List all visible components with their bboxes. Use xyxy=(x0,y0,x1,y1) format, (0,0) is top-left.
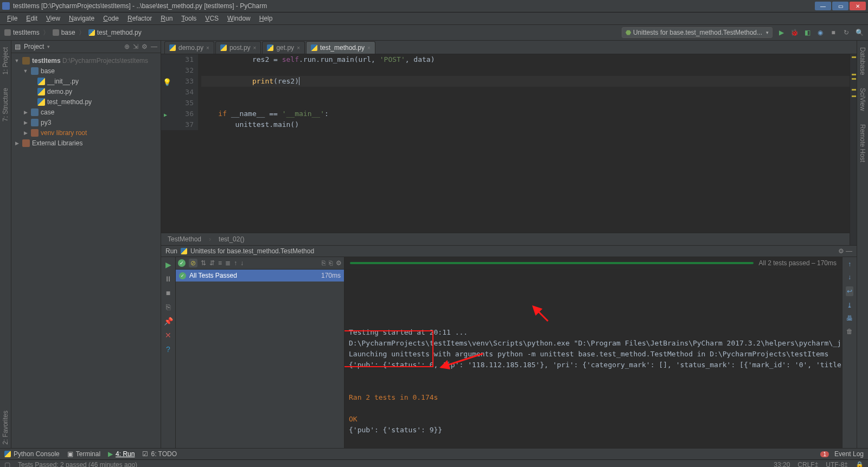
dump-button[interactable]: ⎘ xyxy=(166,303,170,311)
window-title: testItems [D:\PycharmProjects\testItems]… xyxy=(13,2,815,10)
tool-structure[interactable]: 7: Structure xyxy=(2,85,9,125)
debug-button[interactable]: 🐞 xyxy=(790,28,799,37)
menu-edit[interactable]: Edit xyxy=(22,14,41,23)
down-icon[interactable]: ↓ xyxy=(848,273,851,281)
menu-file[interactable]: File xyxy=(3,14,21,23)
failed-filter-icon[interactable]: ⊘ xyxy=(189,259,197,267)
close-tab-icon[interactable]: × xyxy=(297,45,300,51)
print-icon[interactable]: 🖶 xyxy=(846,315,853,322)
menubar: FileEditViewNavigateCodeRefactorRunTools… xyxy=(0,12,868,25)
rerun-button[interactable]: ▶ xyxy=(165,260,171,269)
next-icon[interactable]: ↓ xyxy=(240,259,244,267)
gear-icon[interactable]: ⚙ xyxy=(142,43,148,50)
menu-tools[interactable]: Tools xyxy=(177,14,200,23)
wrap-icon[interactable]: ↩ xyxy=(846,286,853,296)
menu-view[interactable]: View xyxy=(42,14,64,23)
scroll-icon[interactable]: ⤓ xyxy=(847,302,852,309)
tool-favorites[interactable]: 2: Favorites xyxy=(2,407,9,448)
close-button[interactable]: ✕ xyxy=(165,331,171,340)
trash-icon[interactable]: 🗑 xyxy=(846,328,853,335)
import-icon[interactable]: ⎗ xyxy=(329,259,333,267)
menu-vcs[interactable]: VCS xyxy=(201,14,222,23)
svg-line-0 xyxy=(533,306,548,321)
titlebar: testItems [D:\PycharmProjects\testItems]… xyxy=(0,0,868,12)
editor-breadcrumb[interactable]: TestMethod›test_02() xyxy=(161,233,850,245)
intention-bulb-icon[interactable]: 💡 xyxy=(163,77,171,88)
passed-filter-icon[interactable]: ✓ xyxy=(178,259,186,267)
status-collapse-icon[interactable]: ▢ xyxy=(4,461,10,467)
menu-help[interactable]: Help xyxy=(256,14,277,23)
tool-project[interactable]: 1: Project xyxy=(2,44,9,78)
collapse-icon[interactable]: ≣ xyxy=(225,259,231,267)
test-root-row[interactable]: ✓ All Tests Passed 170ms xyxy=(176,270,344,282)
editor-tab[interactable]: post.py× xyxy=(215,41,261,54)
breadcrumb-item[interactable]: testItems xyxy=(4,29,40,36)
tool-database[interactable]: Database xyxy=(859,44,866,78)
lock-icon[interactable]: 🔒 xyxy=(856,461,864,467)
menu-code[interactable]: Code xyxy=(99,14,123,23)
editor-tab[interactable]: test_method.py× xyxy=(306,41,375,54)
app-icon xyxy=(2,2,10,10)
search-button[interactable]: 🔍 xyxy=(855,28,864,37)
breadcrumb-item[interactable]: base xyxy=(53,29,75,36)
run-configuration-select[interactable]: ⬣ Unittests for base.test_method.TestMet… xyxy=(622,27,773,38)
up-icon[interactable]: ↑ xyxy=(848,260,851,268)
tab-eventlog[interactable]: Event Log xyxy=(834,450,864,458)
tab-terminal[interactable]: ▣Terminal xyxy=(67,450,100,458)
console-right-toolbar: ↑ ↓ ↩ ⤓ 🖶 🗑 xyxy=(842,257,857,448)
close-button[interactable]: ✕ xyxy=(850,2,866,10)
tool-remotehost[interactable]: Remote Host xyxy=(859,121,866,165)
menu-run[interactable]: Run xyxy=(157,14,176,23)
status-bar: ▢ Tests Passed: 2 passed (46 minutes ago… xyxy=(0,459,868,467)
project-tree[interactable]: ▼testItems D:\PycharmProjects\testItems … xyxy=(11,53,161,150)
coverage-button[interactable]: ◧ xyxy=(803,28,812,37)
project-panel-title: Project xyxy=(24,43,44,50)
export-icon[interactable]: ⎘ xyxy=(322,259,326,267)
project-panel: ▤ Project ▾ ⊕ ⇲ ⚙ — ▼testItems D:\Pychar… xyxy=(11,41,161,448)
tab-python-console[interactable]: Python Console xyxy=(4,450,60,458)
breadcrumb-item[interactable]: test_method.py xyxy=(88,29,142,36)
sort2-icon[interactable]: ⇵ xyxy=(209,259,215,267)
close-tab-icon[interactable]: × xyxy=(206,45,209,51)
menu-window[interactable]: Window xyxy=(224,14,254,23)
test-root-time: 170ms xyxy=(321,272,341,279)
menu-refactor[interactable]: Refactor xyxy=(124,14,156,23)
menu-navigate[interactable]: Navigate xyxy=(65,14,98,23)
stop-button[interactable]: ■ xyxy=(829,28,838,37)
editor-marker-bar[interactable] xyxy=(850,54,857,245)
target-icon[interactable]: ⊕ xyxy=(124,43,130,50)
collapse-icon[interactable]: ⇲ xyxy=(133,43,138,50)
settings-icon[interactable]: ⚙ xyxy=(336,259,342,267)
stop-button[interactable]: ■ xyxy=(166,289,170,297)
profile-button[interactable]: ◉ xyxy=(816,28,825,37)
editor-gutter-icons: 💡 ▶ xyxy=(161,54,173,130)
navigation-bar: testItems〉base〉test_method.py ⬣ Unittest… xyxy=(0,25,868,41)
tab-run[interactable]: ▶4: Run xyxy=(108,450,135,458)
tool-sciview[interactable]: SciView xyxy=(859,85,866,114)
tab-todo[interactable]: ☑6: TODO xyxy=(142,450,177,458)
minimize-button[interactable]: — xyxy=(815,2,831,10)
editor-tab[interactable]: get.py× xyxy=(262,41,305,54)
file-encoding[interactable]: UTF-8‡ xyxy=(826,461,848,467)
sort-icon[interactable]: ⇅ xyxy=(201,259,206,267)
expand-icon[interactable]: ≡ xyxy=(218,259,222,267)
left-tool-gutter: 1: Project 7: Structure 2: Favorites xyxy=(0,41,11,448)
toggle-button[interactable]: ⏸ xyxy=(164,274,172,283)
test-progress-bar: All 2 tests passed – 170ms xyxy=(344,257,842,270)
console-output[interactable]: Testing started at 20:11 ...D:\PycharmPr… xyxy=(344,270,842,448)
close-tab-icon[interactable]: × xyxy=(367,45,371,51)
hide-icon[interactable]: — xyxy=(151,43,157,50)
maximize-button[interactable]: ▭ xyxy=(832,2,848,10)
close-tab-icon[interactable]: × xyxy=(253,45,257,51)
prev-icon[interactable]: ↑ xyxy=(234,259,237,267)
editor-tab[interactable]: demo.py× xyxy=(164,41,214,54)
run-gutter-icon[interactable]: ▶ xyxy=(164,110,167,120)
code-editor[interactable]: res2 = self.run.run_main(url, 'POST', da… xyxy=(198,54,850,130)
update-button[interactable]: ↻ xyxy=(842,28,851,37)
help-button[interactable]: ? xyxy=(166,345,170,354)
caret-position[interactable]: 33:20 xyxy=(774,461,790,467)
run-button[interactable]: ▶ xyxy=(777,28,786,37)
pin-button[interactable]: 📌 xyxy=(164,317,173,325)
line-separator[interactable]: CRLF‡ xyxy=(797,461,818,467)
gear-icon[interactable]: ⚙ — xyxy=(838,247,852,255)
